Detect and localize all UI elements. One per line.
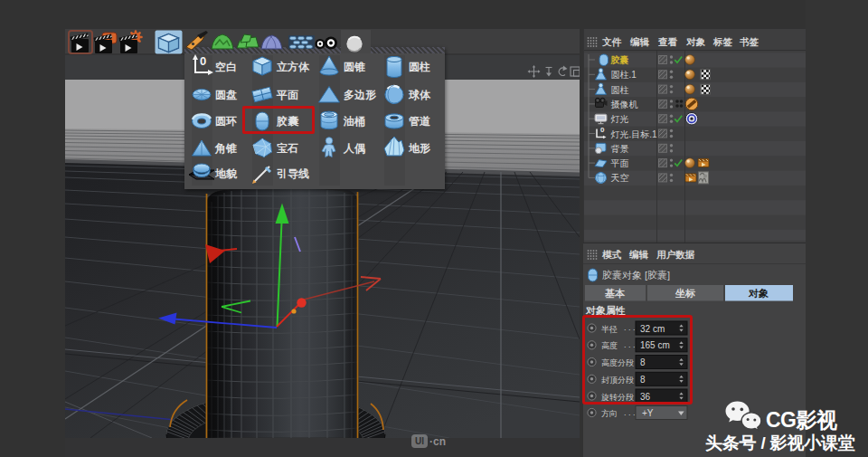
svg-text:引导线: 引导线 [277,167,309,180]
svg-text:圆锥: 圆锥 [344,61,365,73]
svg-text:灯光: 灯光 [611,114,629,124]
svg-text:地貌: 地貌 [214,167,238,180]
svg-text:书签: 书签 [739,36,760,47]
svg-text:球体: 球体 [408,89,431,101]
svg-text:查看: 查看 [657,36,678,47]
svg-text:人偶: 人偶 [343,142,365,155]
svg-text:圆环: 圆环 [215,115,237,128]
svg-text:空白: 空白 [215,61,237,73]
svg-text:方向: 方向 [601,409,618,418]
svg-text:灯光.目标.1: 灯光.目标.1 [611,129,658,139]
svg-text:地形: 地形 [408,142,430,155]
svg-text:背景: 背景 [611,144,629,154]
svg-text:基本: 基本 [604,288,626,299]
svg-text:坐标: 坐标 [675,288,695,299]
svg-text:模式: 模式 [601,249,622,260]
svg-text:0: 0 [600,126,605,134]
svg-text:圆柱: 圆柱 [409,61,430,73]
svg-text:管道: 管道 [408,115,431,128]
svg-text:对象: 对象 [748,288,769,299]
svg-text:摄像机: 摄像机 [611,100,638,109]
svg-text:胶囊对象 [胶囊]: 胶囊对象 [胶囊] [602,270,670,281]
svg-text:. . .: . . . [624,408,636,417]
svg-text:用户数据: 用户数据 [656,249,695,260]
svg-text:角锥: 角锥 [214,142,237,155]
svg-text:文件: 文件 [602,36,622,47]
svg-text:平面: 平面 [611,158,629,168]
svg-text:标签: 标签 [712,36,733,47]
svg-text:圆柱: 圆柱 [611,85,629,95]
svg-text:圆柱.1: 圆柱.1 [611,70,637,80]
svg-text:0: 0 [200,54,206,68]
svg-text:编辑: 编辑 [628,249,649,260]
svg-text:油桶: 油桶 [343,115,365,128]
svg-text:对象: 对象 [685,36,706,47]
svg-text:编辑: 编辑 [629,36,650,47]
svg-text:立方体: 立方体 [276,61,310,73]
svg-text:宝石: 宝石 [277,142,298,155]
svg-text:多边形: 多边形 [344,89,376,101]
svg-text:天空: 天空 [611,173,629,183]
svg-text:胶囊: 胶囊 [610,55,629,65]
svg-text:平面: 平面 [276,89,298,101]
svg-text:圆盘: 圆盘 [215,89,237,101]
svg-text:+Y: +Y [642,408,654,418]
